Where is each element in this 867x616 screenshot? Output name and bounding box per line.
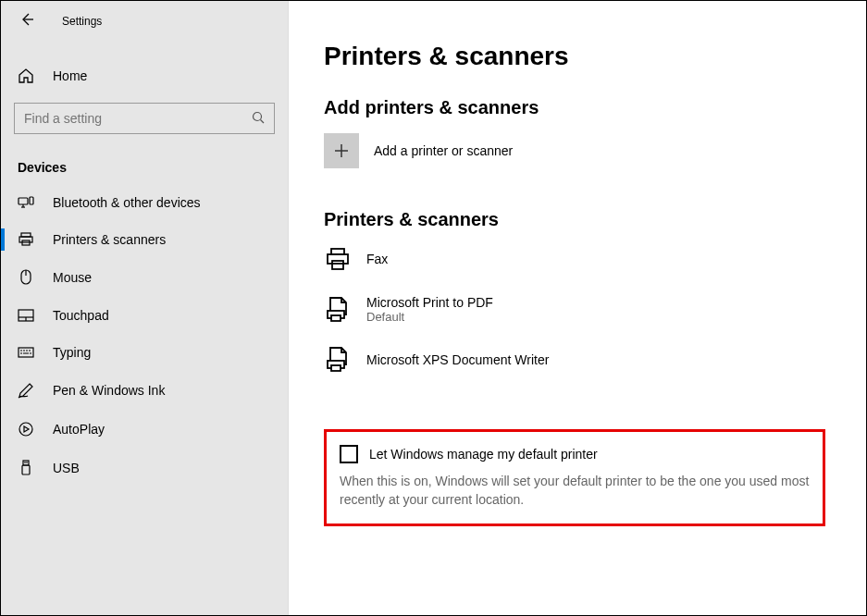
nav-label: Pen & Windows Ink	[53, 383, 165, 398]
svg-rect-8	[19, 348, 33, 357]
list-heading: Printers & scanners	[324, 209, 825, 230]
checkbox-label: Let Windows manage my default printer	[369, 447, 598, 462]
svg-rect-10	[23, 461, 29, 465]
nav-mouse[interactable]: Mouse	[1, 258, 288, 297]
keyboard-icon	[18, 347, 34, 358]
add-label: Add a printer or scanner	[374, 143, 513, 158]
svg-rect-13	[328, 254, 348, 264]
document-printer-icon	[324, 346, 352, 374]
page-title: Printers & scanners	[324, 42, 825, 71]
home-label: Home	[53, 68, 87, 83]
svg-rect-4	[19, 237, 32, 242]
back-button[interactable]	[18, 12, 36, 31]
add-printer-button[interactable]: Add a printer or scanner	[324, 133, 825, 168]
add-heading: Add printers & scanners	[324, 97, 825, 118]
nav-label: Printers & scanners	[53, 232, 166, 247]
printer-status: Default	[366, 310, 493, 324]
plus-icon	[324, 133, 359, 168]
home-icon	[18, 68, 34, 84]
nav-usb[interactable]: USB	[1, 449, 288, 487]
sidebar: Settings Home Devices Bluetooth & other …	[1, 1, 289, 615]
search-input[interactable]	[24, 111, 252, 126]
nav-printers[interactable]: Printers & scanners	[1, 221, 288, 258]
printer-item-pdf[interactable]: Microsoft Print to PDF Default	[324, 295, 825, 324]
nav-label: Bluetooth & other devices	[53, 195, 201, 210]
printer-icon	[18, 232, 34, 247]
usb-icon	[18, 460, 34, 476]
svg-rect-14	[332, 261, 343, 269]
nav-label: AutoPlay	[53, 422, 105, 437]
svg-rect-2	[30, 197, 33, 204]
fax-icon	[324, 245, 352, 273]
touchpad-icon	[18, 309, 34, 322]
printer-name: Microsoft Print to PDF	[366, 295, 493, 310]
app-title: Settings	[62, 15, 102, 28]
nav-pen[interactable]: Pen & Windows Ink	[1, 371, 288, 410]
autoplay-icon	[18, 421, 34, 437]
svg-rect-3	[21, 233, 31, 237]
svg-rect-16	[331, 315, 341, 321]
search-box[interactable]	[14, 103, 275, 134]
svg-rect-1	[19, 198, 28, 204]
nav-autoplay[interactable]: AutoPlay	[1, 410, 288, 449]
mouse-icon	[18, 269, 34, 286]
nav-touchpad[interactable]: Touchpad	[1, 297, 288, 334]
nav-bluetooth[interactable]: Bluetooth & other devices	[1, 184, 288, 221]
default-printer-checkbox[interactable]	[340, 445, 358, 463]
checkbox-description: When this is on, Windows will set your d…	[340, 473, 810, 509]
svg-point-0	[254, 112, 262, 120]
printer-item-xps[interactable]: Microsoft XPS Document Writer	[324, 346, 825, 374]
svg-rect-18	[331, 365, 341, 371]
svg-point-9	[19, 423, 32, 436]
section-label: Devices	[1, 153, 288, 184]
nav-label: Mouse	[53, 270, 92, 285]
home-link[interactable]: Home	[1, 58, 288, 93]
nav-typing[interactable]: Typing	[1, 334, 288, 371]
svg-rect-11	[22, 465, 30, 474]
search-icon	[252, 111, 265, 127]
main-panel: Printers & scanners Add printers & scann…	[289, 1, 866, 615]
devices-icon	[18, 196, 34, 209]
document-printer-icon	[324, 296, 352, 324]
printer-name: Microsoft XPS Document Writer	[366, 352, 549, 367]
nav-label: USB	[53, 461, 80, 475]
nav-label: Touchpad	[53, 308, 109, 323]
default-printer-setting: Let Windows manage my default printer Wh…	[324, 429, 825, 526]
printer-name: Fax	[366, 252, 388, 266]
nav-label: Typing	[53, 345, 91, 360]
printer-item-fax[interactable]: Fax	[324, 245, 825, 273]
titlebar: Settings	[1, 1, 288, 42]
pen-icon	[18, 382, 34, 399]
